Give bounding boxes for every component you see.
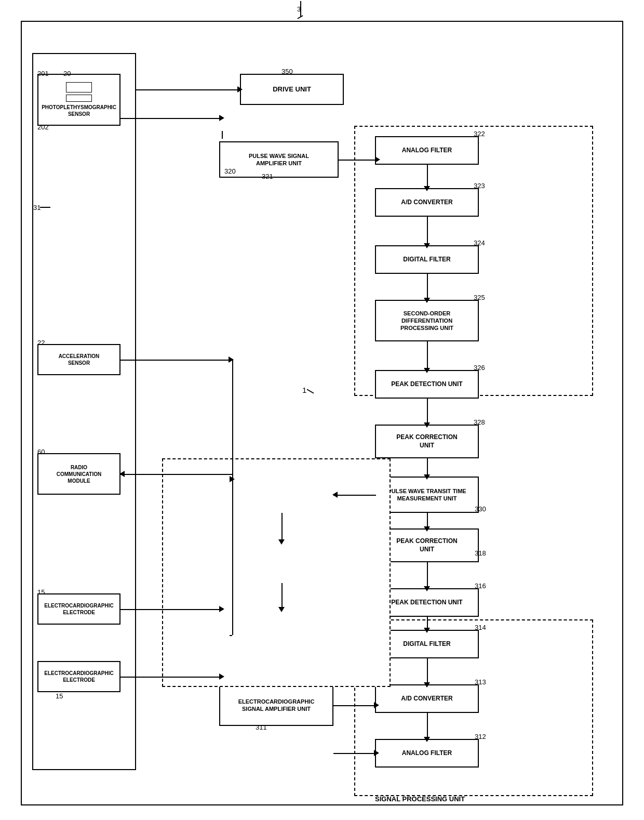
pulse-wave-signal-amplifier: PULSE WAVE SIGNALAMPLIFIER UNIT [219, 141, 339, 178]
diagram-container: 3 31 PHOTOPLETHYSMOGRAPHICSENSOR 201 20 … [21, 21, 623, 805]
ref-323: 323 [474, 182, 485, 190]
ref-328: 328 [474, 418, 485, 426]
ref-318: 318 [475, 549, 486, 557]
pulse-wave-transit-measurement: PULSE WAVE TRANSIT TIMEMEASUREMENT UNIT [375, 477, 479, 513]
acceleration-sensor: ACCELERATIONSENSOR [37, 344, 120, 375]
ref-326: 326 [474, 364, 485, 372]
radio-communication-module: RADIOCOMMUNICATIONMODULE [37, 453, 120, 495]
analog-filter-bot: ANALOG FILTER [375, 739, 479, 768]
drive-unit: DRIVE UNIT [240, 74, 344, 105]
ref-15-top: 15 [37, 588, 45, 596]
adc-bot: A/D CONVERTER [375, 684, 479, 713]
peak-detection-bot: PEAK DETECTION UNIT [375, 588, 479, 617]
ref-15-bot: 15 [56, 692, 63, 700]
ref-314: 314 [475, 624, 486, 631]
ref-325: 325 [474, 294, 485, 301]
ref-60: 60 [37, 448, 45, 456]
peak-detection-top: PEAK DETECTION UNIT [375, 370, 479, 399]
ref-330: 330 [475, 505, 486, 513]
ref-322: 322 [474, 130, 485, 138]
digital-filter-top: DIGITAL FILTER [375, 245, 479, 274]
digital-filter-bot: DIGITAL FILTER [375, 630, 479, 658]
peak-correction-top: PEAK CORRECTIONUNIT [375, 425, 479, 458]
ref-22: 22 [37, 339, 45, 347]
ref-313: 313 [475, 678, 486, 686]
ref-320: 320 [224, 167, 236, 175]
ref-1: 1 [302, 386, 306, 394]
ref-20: 20 [63, 70, 71, 77]
ref-201: 201 [37, 70, 49, 77]
ecg-amplifier: ELECTROCARDIOGRAPHICSIGNAL AMPLIFIER UNI… [219, 684, 333, 726]
ecg-electrode-top: ELECTROCARDIOGRAPHICELECTRODE [37, 593, 120, 625]
photoplethysmographic-sensor: PHOTOPLETHYSMOGRAPHICSENSOR [37, 74, 120, 126]
ref-324: 324 [474, 239, 485, 247]
ref-350: 350 [281, 68, 293, 75]
ref-312: 312 [475, 733, 486, 740]
adc-top: A/D CONVERTER [375, 188, 479, 217]
ref-202: 202 [37, 123, 49, 131]
ecg-electrode-bot: ELECTROCARDIOGRAPHICELECTRODE [37, 661, 120, 692]
peak-correction-mid: PEAK CORRECTIONUNIT [375, 528, 479, 562]
ref-316: 316 [475, 582, 486, 590]
cpu-dashed-box [162, 458, 391, 687]
ref-311: 311 [256, 723, 267, 731]
analog-filter-top: ANALOG FILTER [375, 136, 479, 165]
second-order-diff: SECOND-ORDERDIFFERENTIATIONPROCESSING UN… [375, 300, 479, 341]
signal-processing-unit-label: SIGNAL PROCESSING UNIT [375, 795, 465, 803]
ref-321: 321 [262, 173, 273, 180]
